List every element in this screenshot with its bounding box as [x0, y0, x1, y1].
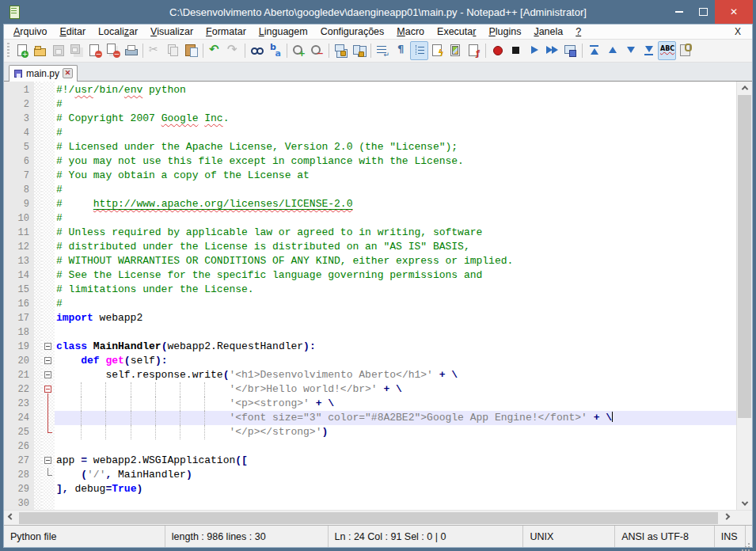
scroll-down-button[interactable]	[737, 496, 752, 510]
status-encoding[interactable]: ANSI as UTF-8	[615, 526, 715, 547]
menu-item-localizar[interactable]: Localizar	[92, 25, 144, 38]
macro-stop-button[interactable]	[507, 41, 525, 60]
code-line[interactable]: # limitations under the License.	[55, 283, 736, 297]
code-line[interactable]	[55, 325, 736, 340]
scroll-left-button[interactable]	[4, 511, 17, 525]
fold-marker[interactable]	[42, 368, 55, 382]
code-line[interactable]: # Unless required by applicable law or a…	[55, 226, 736, 240]
menu-item-executar[interactable]: Executar	[431, 25, 482, 38]
status-eol-format[interactable]: UNIX	[523, 526, 615, 547]
macro-play-button[interactable]	[525, 41, 543, 60]
fold-marker[interactable]	[42, 454, 55, 468]
sync-vertical-button[interactable]	[332, 41, 350, 60]
code-line[interactable]: # See the License for the specific langu…	[55, 268, 736, 283]
replace-button[interactable]	[266, 41, 284, 60]
close-button[interactable]	[715, 0, 753, 24]
code-line[interactable]: # Licensed under the Apache License, Ver…	[55, 140, 736, 154]
code-line[interactable]: import webapp2	[55, 311, 736, 325]
zoom-in-button[interactable]	[290, 41, 308, 60]
save-button[interactable]	[49, 41, 67, 60]
code-line[interactable]: # You may obtain a copy of the License a…	[55, 169, 736, 183]
indent-guide-button[interactable]	[410, 41, 428, 60]
status-insert-mode[interactable]: INS	[715, 526, 746, 547]
code-line[interactable]: # you may not use this file except in co…	[55, 154, 736, 169]
close-document-x[interactable]: X	[731, 26, 744, 37]
maximize-button[interactable]	[691, 0, 715, 24]
vertical-scrollbar-thumb[interactable]	[738, 95, 751, 418]
user-define-dialog-button[interactable]	[428, 41, 446, 60]
open-folder-button[interactable]	[31, 41, 49, 60]
copy-button[interactable]	[164, 41, 182, 60]
code-line[interactable]: #	[55, 297, 736, 311]
horizontal-scrollbar[interactable]	[4, 510, 752, 525]
code-line[interactable]	[55, 439, 736, 454]
close-doc-button[interactable]	[85, 41, 104, 60]
macro-record-button[interactable]	[488, 41, 507, 60]
word-wrap-button[interactable]	[374, 41, 392, 60]
minimize-button[interactable]	[667, 0, 691, 24]
nav-first-button[interactable]	[585, 41, 603, 60]
save-all-button[interactable]	[67, 41, 85, 60]
code-line[interactable]: # Copyright 2007 Google Inc.	[55, 112, 736, 126]
code-line[interactable]	[55, 496, 736, 510]
fold-margin[interactable]	[42, 82, 55, 510]
code-line[interactable]: '</p></strong>')	[55, 425, 736, 439]
menu-item-formatar[interactable]: Formatar	[199, 25, 253, 38]
code-line[interactable]: # distributed under the License is distr…	[55, 240, 736, 254]
menu-item-plugins[interactable]: Plugins	[482, 25, 527, 38]
code-line[interactable]: #	[55, 183, 736, 197]
nav-last-button[interactable]	[640, 41, 658, 60]
code-line-current[interactable]: '<font size="3" color="#8A2BE2">Google A…	[55, 411, 736, 425]
menu-item-macro[interactable]: Macro	[390, 25, 431, 38]
nav-next-button[interactable]	[621, 41, 640, 60]
code-line[interactable]: #	[55, 97, 736, 112]
code-line[interactable]: ], debug=True)	[55, 482, 736, 496]
redo-button[interactable]	[224, 41, 242, 60]
code-line[interactable]: self.response.write('<h1>Desenvolvimento…	[55, 368, 736, 382]
find-button[interactable]	[248, 41, 266, 60]
code-line[interactable]: ('/', MainHandler)	[55, 468, 736, 482]
toolbar-grip[interactable]	[7, 43, 9, 59]
code-line[interactable]: '<p><strong>' + \	[55, 397, 736, 411]
undo-button[interactable]	[206, 41, 224, 60]
fold-marker[interactable]	[42, 382, 55, 397]
fold-marker[interactable]	[42, 340, 55, 354]
close-all-docs-button[interactable]	[104, 41, 122, 60]
code-line[interactable]: #!/usr/bin/env python	[55, 83, 736, 97]
paste-button[interactable]	[182, 41, 200, 60]
code-line[interactable]: class MainHandler(webapp2.RequestHandler…	[55, 340, 736, 354]
menu-item-?[interactable]: ?	[569, 25, 587, 38]
print-button[interactable]	[122, 41, 140, 60]
title-bar[interactable]: C:\Desenvolvimento Aberto\googledev\daen…	[3, 0, 753, 24]
fold-marker[interactable]	[42, 354, 55, 368]
spell-check-button[interactable]	[658, 41, 676, 60]
zoom-out-button[interactable]	[308, 41, 326, 60]
tab-close-icon[interactable]: ✕	[63, 68, 73, 78]
code-area[interactable]: #!/usr/bin/env python## Copyright 2007 G…	[55, 82, 736, 510]
doc-monitor-button[interactable]	[676, 41, 694, 60]
scroll-up-button[interactable]	[737, 82, 752, 95]
show-all-characters-button[interactable]	[392, 41, 410, 60]
bookmark-margin[interactable]	[34, 82, 42, 510]
menu-item-editar[interactable]: Editar	[53, 25, 92, 38]
vertical-scrollbar-track[interactable]	[737, 418, 752, 496]
menu-item-janela[interactable]: Janela	[527, 25, 569, 38]
sync-horizontal-button[interactable]	[350, 41, 368, 60]
cut-button[interactable]	[146, 41, 164, 60]
macro-run-multiple-button[interactable]	[543, 41, 561, 60]
resize-grip[interactable]	[748, 543, 750, 545]
menu-item-arquivo[interactable]: Arquivo	[7, 25, 53, 38]
code-line[interactable]: app = webapp2.WSGIApplication([	[55, 454, 736, 468]
code-line[interactable]: # http://www.apache.org/licenses/LICENSE…	[55, 197, 736, 211]
new-file-button[interactable]	[13, 41, 31, 60]
code-line[interactable]: # WITHOUT WARRANTIES OR CONDITIONS OF AN…	[55, 254, 736, 268]
line-number-margin[interactable]: 1234567891011121314151617181920212223242…	[4, 82, 34, 510]
menu-item-linguagem[interactable]: Linguagem	[253, 25, 314, 38]
doc-map-button[interactable]	[446, 41, 465, 60]
code-line[interactable]: #	[55, 126, 736, 140]
scroll-right-button[interactable]	[720, 511, 733, 525]
code-line[interactable]: '</br>Hello world!</br>' + \	[55, 382, 736, 397]
menu-item-configuraes[interactable]: Configurações	[314, 25, 391, 38]
menu-item-visualizar[interactable]: Visualizar	[144, 25, 199, 38]
vertical-scrollbar[interactable]	[736, 82, 752, 510]
